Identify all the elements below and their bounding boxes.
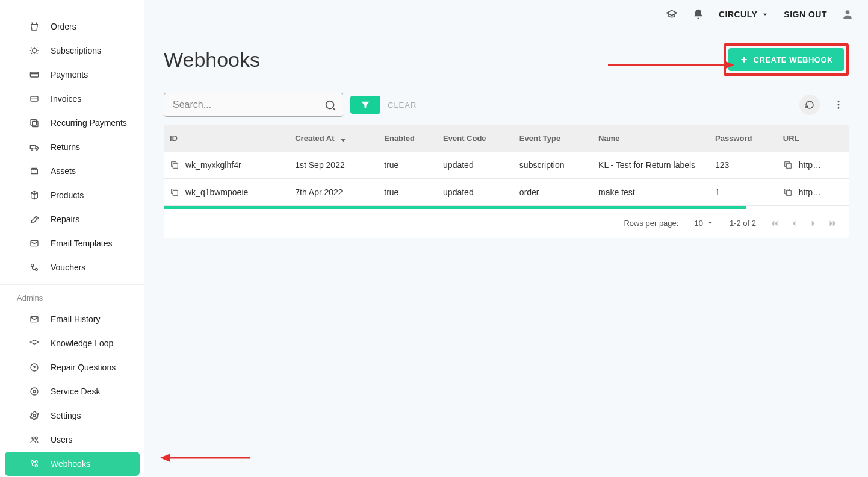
copy-id-icon[interactable] [170,187,179,197]
sidebar-item-repairs[interactable]: Repairs [5,207,140,231]
prev-page-button[interactable] [789,218,799,229]
sidebar-item-repair-questions[interactable]: Repair Questions [5,355,140,379]
refresh-button[interactable] [799,95,820,115]
svg-marker-33 [160,454,170,462]
sidebar-item-vouchers-icon [29,262,40,273]
search-input[interactable] [164,93,343,117]
sidebar-item-returns[interactable]: Returns [5,135,140,159]
svg-marker-31 [724,61,734,69]
sidebar-item-label: Email History [51,314,100,324]
sidebar-item-orders[interactable]: Orders [5,14,140,39]
sidebar-item-repairs-icon [29,214,40,225]
plus-icon [739,55,749,64]
column-header[interactable]: Password [709,125,777,152]
table-row[interactable]: wk_q1bwmpoeie 7th Apr 2022 true updated … [164,178,849,205]
page-title: Webhooks [164,48,260,72]
sidebar-item-recurring-payments-icon [29,117,40,128]
sidebar: OrdersSubscriptionsPaymentsInvoicesRecur… [0,0,144,477]
sidebar-item-subscriptions-icon [29,45,40,56]
filter-button[interactable] [350,96,380,114]
sidebar-item-subscriptions[interactable]: Subscriptions [5,39,140,63]
table-row[interactable]: wk_myxkglhf4r 1st Sep 2022 true updated … [164,152,849,179]
svg-point-11 [35,268,37,270]
svg-rect-5 [33,121,38,126]
annotation-arrow-create [608,59,734,71]
sidebar-item-products-icon [29,190,40,201]
svg-rect-29 [786,190,791,195]
sidebar-item-label: Invoices [51,94,81,104]
first-page-button[interactable] [769,218,780,229]
sidebar-item-invoices[interactable]: Invoices [5,87,140,111]
cell-id: wk_myxkglhf4r [185,160,241,170]
svg-point-10 [31,264,34,267]
annotation-arrow-sidebar [160,452,250,464]
column-header[interactable]: ID [164,125,289,152]
cell-event-type: order [513,178,592,205]
rows-per-page-select[interactable]: 10 [692,217,716,229]
sidebar-item-email-history[interactable]: Email History [5,307,140,331]
copy-url-icon[interactable] [783,160,793,170]
sidebar-item-vouchers[interactable]: Vouchers [5,255,140,279]
svg-rect-6 [30,145,36,149]
column-header[interactable]: Enabled [378,125,437,152]
last-page-button[interactable] [827,218,838,229]
clear-button[interactable]: CLEAR [388,101,417,110]
cell-enabled: true [378,152,437,179]
svg-point-25 [838,107,840,109]
refresh-icon [804,99,815,110]
copy-url-icon[interactable] [783,187,793,197]
more-button[interactable] [828,95,849,115]
column-header[interactable]: Created At [289,125,378,152]
sidebar-item-payments[interactable]: Payments [5,63,140,87]
sidebar-item-users[interactable]: Users [5,428,140,452]
cell-url: http mal [799,187,823,197]
dropdown-icon [707,219,714,226]
cell-created-at: 1st Sep 2022 [289,152,378,179]
sidebar-item-label: Recurring Payments [51,118,127,128]
column-header[interactable]: Event Code [437,125,513,152]
sidebar-item-label: Repairs [51,214,79,224]
next-page-button[interactable] [808,218,819,229]
sidebar-item-email-templates-icon [29,238,40,249]
svg-point-23 [838,101,840,102]
sidebar-item-label: Returns [51,142,80,152]
sidebar-item-label: Assets [51,166,76,176]
cell-event-code: updated [437,178,513,205]
sidebar-item-label: Repair Questions [51,363,116,372]
sidebar-item-label: Knowledge Loop [51,338,113,348]
svg-point-22 [326,101,334,109]
sidebar-item-assets[interactable]: Assets [5,159,140,183]
create-webhook-button[interactable]: CREATE WEBHOOK [728,48,844,71]
svg-rect-27 [786,163,791,168]
sidebar-section-admins: Admins [0,284,144,307]
rows-per-page-label: Rows per page: [624,219,678,228]
sidebar-item-label: Products [51,190,84,200]
sidebar-item-knowledge-loop[interactable]: Knowledge Loop [5,331,140,355]
column-header[interactable]: Event Type [513,125,592,152]
sidebar-item-orders-icon [29,21,40,32]
sidebar-item-recurring-payments[interactable]: Recurring Payments [5,111,140,135]
sidebar-item-webhooks[interactable]: Webhooks [5,452,140,476]
svg-point-24 [838,104,840,106]
sidebar-item-label: Settings [51,411,81,420]
sidebar-item-label: Users [51,435,73,444]
copy-id-icon[interactable] [170,160,179,170]
webhooks-table: IDCreated At EnabledEvent CodeEvent Type… [164,125,849,238]
cell-password: 1 [709,178,777,205]
sidebar-item-settings[interactable]: Settings [5,404,140,428]
column-header[interactable]: URL [777,125,849,152]
cell-name: KL - Test for Return labels [592,152,709,179]
sidebar-item-email-templates[interactable]: Email Templates [5,231,140,255]
annotation-highlight-create: CREATE WEBHOOK [724,43,849,76]
column-header[interactable]: Name [592,125,709,152]
cell-name: make test [592,178,709,205]
sidebar-item-returns-icon [29,142,40,152]
sidebar-item-service-desk[interactable]: Service Desk [5,379,140,404]
sidebar-item-products[interactable]: Products [5,183,140,207]
svg-point-21 [35,461,37,463]
sidebar-item-email-history-icon [29,314,40,325]
pagination-range: 1-2 of 2 [730,219,756,228]
svg-point-14 [31,388,38,395]
svg-rect-2 [30,72,38,77]
svg-point-19 [31,461,34,463]
